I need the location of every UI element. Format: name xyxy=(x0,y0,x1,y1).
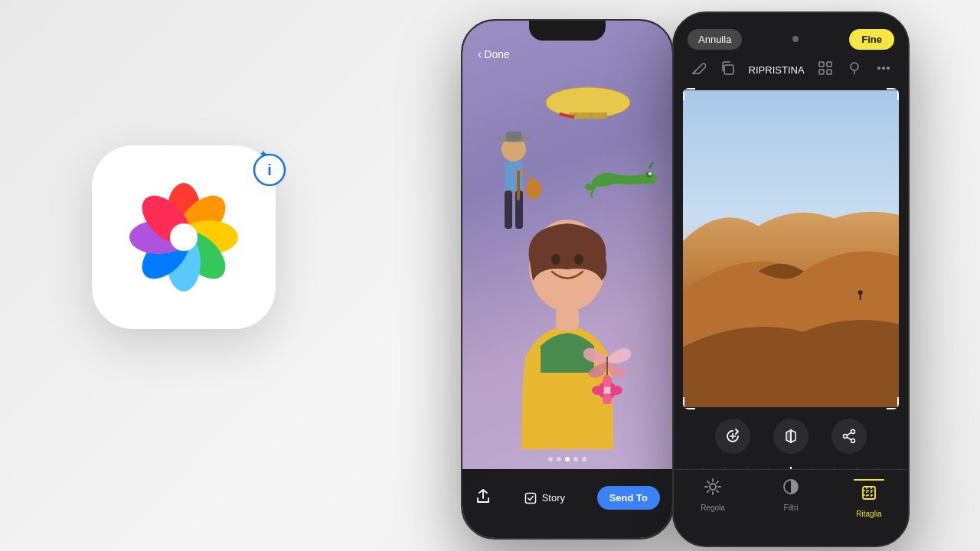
dot-5 xyxy=(582,457,586,461)
crop-corner-tl xyxy=(683,88,695,100)
blimp-sticker xyxy=(542,82,642,124)
svg-line-60 xyxy=(847,432,851,435)
svg-point-58 xyxy=(844,435,848,439)
phone-2: Annulla Fine RIPRISTINA xyxy=(672,11,910,547)
dot-2 xyxy=(557,457,561,461)
svg-rect-26 xyxy=(517,170,520,201)
svg-point-34 xyxy=(574,254,583,265)
svg-point-39 xyxy=(610,386,622,395)
svg-point-50 xyxy=(882,67,885,70)
svg-rect-45 xyxy=(827,62,831,67)
svg-point-84 xyxy=(710,484,716,490)
send-label: Send To xyxy=(609,492,648,504)
regola-icon xyxy=(704,478,722,500)
butterfly-sticker xyxy=(577,335,638,404)
phone-2-top-bar: Annulla Fine xyxy=(674,22,908,56)
desert-photo xyxy=(683,88,899,409)
regola-label: Regola xyxy=(701,504,725,512)
copy-icon[interactable] xyxy=(720,60,735,80)
action-buttons-row xyxy=(674,419,908,454)
ritaglia-active-bar xyxy=(854,479,884,481)
svg-point-40 xyxy=(603,375,612,387)
chameleon-sticker xyxy=(584,162,661,201)
svg-point-8 xyxy=(170,223,198,251)
dot-4 xyxy=(573,457,578,461)
svg-rect-46 xyxy=(819,70,824,74)
svg-rect-44 xyxy=(819,62,824,67)
svg-rect-54 xyxy=(860,295,861,300)
ritaglia-icon xyxy=(860,484,878,507)
app-icon-container: i ✦ xyxy=(92,145,291,344)
svg-rect-42 xyxy=(525,493,535,503)
svg-rect-21 xyxy=(506,132,521,141)
guitarist-sticker xyxy=(482,128,547,250)
svg-point-33 xyxy=(551,254,560,265)
svg-point-51 xyxy=(887,67,890,70)
fine-button[interactable]: Fine xyxy=(849,29,894,50)
svg-point-53 xyxy=(858,290,863,295)
share-edit-button[interactable] xyxy=(831,419,867,454)
dot-1 xyxy=(548,457,553,461)
svg-rect-43 xyxy=(724,65,733,74)
flip-button[interactable] xyxy=(773,419,808,454)
svg-point-29 xyxy=(648,172,652,175)
crop-corner-tr xyxy=(887,88,899,100)
phone-1: ‹ Done xyxy=(461,19,674,540)
svg-point-38 xyxy=(592,386,604,395)
fine-label: Fine xyxy=(861,34,882,45)
ripristina-text[interactable]: RIPRISTINA xyxy=(749,64,805,76)
svg-point-57 xyxy=(851,430,855,434)
phone-1-toolbar: Story Send To xyxy=(462,469,672,538)
pagination-dots xyxy=(548,457,586,461)
edit-icons-row: RIPRISTINA xyxy=(674,60,908,80)
annulla-button[interactable]: Annulla xyxy=(688,29,742,50)
more-icon[interactable] xyxy=(876,60,891,80)
svg-text:i: i xyxy=(267,161,272,178)
tab-regola[interactable]: Regola xyxy=(674,478,752,512)
svg-point-49 xyxy=(877,67,880,70)
filtri-label: Filtri xyxy=(784,504,799,512)
phone-1-screen: ‹ Done xyxy=(462,21,672,538)
svg-text:✦: ✦ xyxy=(259,148,268,160)
draw-icon[interactable] xyxy=(691,60,706,80)
info-badge: i ✦ xyxy=(248,145,291,188)
phone-2-screen: Annulla Fine RIPRISTINA xyxy=(674,13,908,546)
svg-rect-22 xyxy=(505,161,523,192)
done-label: Done xyxy=(484,48,509,60)
phone-2-tabbar: Regola Filtri xyxy=(674,469,908,546)
annulla-label: Annulla xyxy=(698,34,731,45)
share-button[interactable] xyxy=(475,487,492,508)
story-icon xyxy=(524,491,537,505)
svg-rect-47 xyxy=(827,70,831,74)
svg-rect-32 xyxy=(556,308,579,331)
tab-ritaglia[interactable]: Ritaglia xyxy=(830,478,908,518)
svg-rect-23 xyxy=(505,191,512,229)
phone-1-top-bar: ‹ Done xyxy=(462,47,672,61)
chevron-left-icon: ‹ xyxy=(478,47,482,61)
crop-corner-bl xyxy=(683,397,695,409)
done-button[interactable]: ‹ Done xyxy=(478,47,510,61)
story-button[interactable]: Story xyxy=(524,491,565,505)
story-label: Story xyxy=(542,492,565,504)
svg-line-61 xyxy=(847,437,851,440)
svg-rect-86 xyxy=(863,487,875,499)
dot-3-active xyxy=(565,457,570,461)
svg-point-25 xyxy=(526,179,541,199)
grid-icon[interactable] xyxy=(818,60,833,80)
phone-1-notch xyxy=(529,21,606,41)
svg-point-48 xyxy=(851,63,858,70)
crop-corner-br xyxy=(887,397,899,409)
photos-flower-svg xyxy=(119,172,249,302)
tab-filtri[interactable]: Filtri xyxy=(752,478,830,512)
rotate-button[interactable] xyxy=(715,419,750,454)
svg-point-59 xyxy=(851,439,855,443)
send-to-button[interactable]: Send To xyxy=(597,486,660,510)
ritaglia-label: Ritaglia xyxy=(856,510,881,518)
filtri-icon xyxy=(782,478,800,500)
phone-2-camera xyxy=(792,36,799,42)
location-icon[interactable] xyxy=(847,60,862,80)
